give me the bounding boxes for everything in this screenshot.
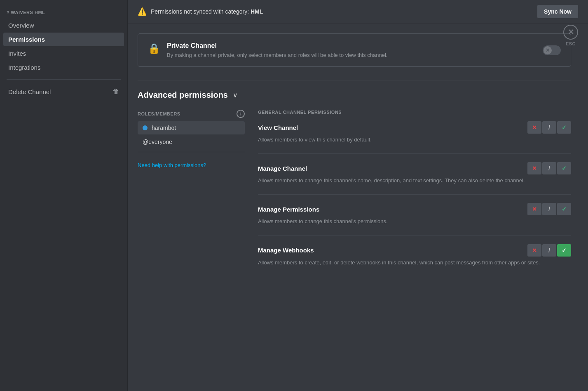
- perm-deny-manage-permissions[interactable]: ✕: [527, 203, 541, 215]
- permission-divider-2: [258, 194, 571, 195]
- sidebar-item-invites[interactable]: Invites: [3, 47, 124, 60]
- permission-divider-1: [258, 153, 571, 154]
- perm-allow-view-channel[interactable]: ✓: [557, 121, 571, 134]
- perm-allow-manage-webhooks[interactable]: ✓: [557, 244, 571, 257]
- general-permissions-header: GENERAL CHANNEL PERMISSIONS: [258, 110, 571, 115]
- permission-desc-manage-webhooks: Allows members to create, edit, or delet…: [258, 259, 571, 266]
- permission-row-manage-permissions: Manage Permissions ✕ / ✓ Allows members …: [258, 203, 571, 225]
- toggle-knob: ✕: [543, 46, 552, 54]
- private-channel-title: Private Channel: [167, 42, 387, 49]
- sidebar-item-overview[interactable]: Overview: [3, 19, 124, 32]
- perm-neutral-manage-permissions[interactable]: /: [542, 203, 556, 215]
- main-content: ⚠️ Permissions not synced with category:…: [128, 0, 588, 391]
- sidebar-item-permissions[interactable]: Permissions: [3, 33, 124, 46]
- sidebar: # WAIVERS HML Overview Permissions Invit…: [0, 0, 128, 391]
- perm-deny-view-channel[interactable]: ✕: [527, 121, 541, 134]
- lock-icon: 🔒: [148, 43, 160, 54]
- add-role-member-button[interactable]: +: [237, 110, 245, 118]
- permission-name-manage-channel: Manage Channel: [258, 165, 307, 172]
- roles-members-label: ROLES/MEMBERS: [138, 111, 180, 116]
- warning-icon: ⚠️: [138, 7, 147, 16]
- private-channel-card: 🔒 Private Channel By making a channel pr…: [138, 33, 571, 67]
- sidebar-item-integrations[interactable]: Integrations: [3, 61, 124, 74]
- perm-controls-view-channel: ✕ / ✓: [527, 121, 571, 134]
- perm-allow-manage-permissions[interactable]: ✓: [557, 203, 571, 215]
- sync-text-before: Permissions not synced with category:: [151, 8, 251, 15]
- permission-name-manage-permissions: Manage Permissions: [258, 206, 319, 213]
- perm-neutral-manage-channel[interactable]: /: [542, 162, 556, 174]
- member-item-everyone[interactable]: @everyone: [138, 135, 245, 148]
- esc-button[interactable]: ✕ ESC: [563, 25, 578, 46]
- private-channel-left: 🔒 Private Channel By making a channel pr…: [148, 42, 387, 58]
- sidebar-divider: [7, 79, 121, 80]
- roles-members-column: ROLES/MEMBERS + harambot @everyone Need …: [138, 110, 245, 276]
- perm-controls-manage-channel: ✕ / ✓: [527, 162, 571, 174]
- close-icon[interactable]: ✕: [563, 25, 578, 40]
- permission-row-manage-webhooks: Manage Webhooks ✕ / ✓ Allows members to …: [258, 244, 571, 266]
- sync-now-button[interactable]: Sync Now: [537, 5, 578, 18]
- sync-banner-text: Permissions not synced with category: HM…: [151, 8, 263, 15]
- private-channel-info: Private Channel By making a channel priv…: [167, 42, 387, 58]
- permission-row-top-view-channel: View Channel ✕ / ✓: [258, 121, 571, 134]
- permission-divider-3: [258, 236, 571, 236]
- perm-allow-manage-channel[interactable]: ✓: [557, 162, 571, 174]
- perm-controls-manage-webhooks: ✕ / ✓: [527, 244, 571, 257]
- delete-channel-label: Delete Channel: [8, 88, 51, 95]
- advanced-permissions-title: Advanced permissions: [138, 90, 228, 100]
- sidebar-channel-name: # WAIVERS HML: [3, 7, 124, 18]
- permission-row-top-manage-channel: Manage Channel ✕ / ✓: [258, 162, 571, 174]
- perm-deny-manage-channel[interactable]: ✕: [527, 162, 541, 174]
- permission-name-view-channel: View Channel: [258, 124, 298, 131]
- advanced-permissions-header: Advanced permissions ∨: [138, 90, 571, 100]
- sync-banner: ⚠️ Permissions not synced with category:…: [128, 0, 588, 24]
- chevron-down-icon[interactable]: ∨: [233, 91, 238, 99]
- member-name-everyone: @everyone: [143, 139, 172, 145]
- permissions-layout: ROLES/MEMBERS + harambot @everyone Need …: [138, 110, 571, 276]
- sidebar-item-delete-channel[interactable]: Delete Channel 🗑: [3, 85, 124, 99]
- sync-banner-left: ⚠️ Permissions not synced with category:…: [138, 7, 263, 16]
- esc-label: ESC: [566, 41, 576, 46]
- private-channel-toggle[interactable]: ✕: [543, 45, 561, 55]
- perm-neutral-view-channel[interactable]: /: [542, 121, 556, 134]
- permission-desc-manage-permissions: Allows members to change this channel's …: [258, 218, 571, 225]
- section-divider: [138, 80, 571, 80]
- permission-row-manage-channel: Manage Channel ✕ / ✓ Allows members to c…: [258, 162, 571, 184]
- permissions-column: GENERAL CHANNEL PERMISSIONS View Channel…: [258, 110, 571, 276]
- member-name-harambot: harambot: [152, 125, 176, 131]
- trash-icon: 🗑: [112, 88, 119, 95]
- roles-members-header: ROLES/MEMBERS +: [138, 110, 245, 118]
- members-divider: [138, 152, 245, 152]
- private-channel-desc: By making a channel private, only select…: [167, 52, 387, 58]
- help-permissions-link[interactable]: Need help with permissions?: [138, 162, 206, 168]
- permission-desc-view-channel: Allows members to view this channel by d…: [258, 136, 571, 144]
- permission-desc-manage-channel: Allows members to change this channel's …: [258, 177, 571, 184]
- perm-deny-manage-webhooks[interactable]: ✕: [527, 244, 541, 257]
- permission-row-top-manage-webhooks: Manage Webhooks ✕ / ✓: [258, 244, 571, 257]
- sync-category: HML: [251, 8, 263, 15]
- permission-name-manage-webhooks: Manage Webhooks: [258, 247, 314, 254]
- permission-row-top-manage-permissions: Manage Permissions ✕ / ✓: [258, 203, 571, 215]
- member-item-harambot[interactable]: harambot: [138, 121, 245, 134]
- permission-row-view-channel: View Channel ✕ / ✓ Allows members to vie…: [258, 121, 571, 144]
- perm-controls-manage-permissions: ✕ / ✓: [527, 203, 571, 215]
- member-avatar-harambot: [143, 125, 148, 130]
- perm-neutral-manage-webhooks[interactable]: /: [542, 244, 556, 257]
- settings-content: 🔒 Private Channel By making a channel pr…: [128, 24, 581, 286]
